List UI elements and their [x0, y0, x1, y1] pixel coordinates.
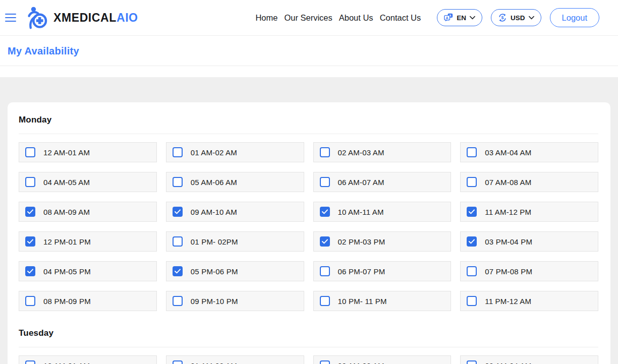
checkmark-icon	[469, 239, 475, 244]
nav-our-services[interactable]: Our Services	[284, 13, 332, 23]
nav-home[interactable]: Home	[255, 13, 277, 23]
time-slot-label: 02 PM-03 PM	[338, 237, 385, 246]
main-nav: Home Our Services About Us Contact Us	[255, 13, 421, 23]
checkmark-icon	[175, 269, 181, 274]
time-slot-checkbox[interactable]	[25, 177, 35, 187]
time-slot-checkbox[interactable]	[467, 266, 477, 276]
language-label: EN	[457, 14, 466, 22]
time-slot[interactable]: 05 AM-06 AM	[166, 172, 304, 192]
time-slot-label: 10 AM-11 AM	[338, 208, 384, 216]
time-slot[interactable]: 01 AM-02 AM	[166, 142, 304, 162]
time-slot-label: 01 AM-02 AM	[191, 148, 237, 157]
time-slot-checkbox[interactable]	[25, 360, 35, 364]
time-slot[interactable]: 07 PM-08 PM	[460, 261, 598, 281]
chevron-down-icon	[470, 16, 475, 20]
translate-icon: a A	[444, 13, 453, 22]
time-slot[interactable]: 01 AM-02 AM	[166, 355, 304, 364]
time-slot[interactable]: 04 PM-05 PM	[19, 261, 157, 281]
day-heading: Monday	[19, 115, 598, 125]
time-slot-checkbox[interactable]	[173, 296, 183, 306]
checkmark-icon	[27, 239, 33, 244]
time-slot-checkbox[interactable]	[467, 147, 477, 157]
time-slot-checkbox[interactable]	[320, 207, 330, 217]
page-title-bar: My Availability	[0, 36, 618, 77]
header: XMEDICALAIO Home Our Services About Us C…	[0, 0, 618, 36]
time-slot-checkbox[interactable]	[320, 177, 330, 187]
day-heading: Tuesday	[19, 328, 598, 338]
time-slot[interactable]: 02 AM-03 AM	[313, 355, 452, 364]
time-slot-checkbox[interactable]	[173, 147, 183, 157]
time-slot[interactable]: 04 AM-05 AM	[19, 172, 157, 192]
time-slot[interactable]: 03 AM-04 AM	[460, 142, 598, 162]
time-slot-label: 10 PM- 11 PM	[338, 297, 387, 306]
time-slot-checkbox[interactable]	[25, 296, 35, 306]
time-slot-label: 02 AM-03 AM	[338, 148, 384, 157]
time-slot-label: 11 PM-12 AM	[485, 297, 531, 306]
time-slot[interactable]: 09 PM-10 PM	[166, 291, 304, 311]
time-slot-checkbox[interactable]	[173, 360, 183, 364]
time-slot[interactable]: 06 AM-07 AM	[313, 172, 452, 192]
currency-exchange-icon: $	[498, 13, 507, 22]
time-slot-label: 12 PM-01 PM	[43, 237, 91, 246]
nav-contact-us[interactable]: Contact Us	[380, 13, 421, 23]
brand-logo[interactable]: XMEDICALAIO	[25, 6, 138, 30]
time-slot[interactable]: 11 PM-12 AM	[460, 291, 598, 311]
time-slot[interactable]: 10 AM-11 AM	[313, 202, 452, 222]
checkmark-icon	[322, 239, 328, 244]
time-slot-checkbox[interactable]	[320, 266, 330, 276]
currency-label: USD	[511, 14, 525, 22]
brand-name-primary: XMEDICAL	[53, 11, 117, 24]
time-slot-checkbox[interactable]	[320, 296, 330, 306]
time-slot[interactable]: 12 PM-01 PM	[19, 231, 157, 252]
time-slot-checkbox[interactable]	[25, 236, 35, 247]
time-slot-checkbox[interactable]	[467, 207, 477, 217]
time-slot[interactable]: 10 PM- 11 PM	[313, 291, 452, 311]
time-slot-checkbox[interactable]	[173, 177, 183, 187]
time-slot[interactable]: 02 PM-03 PM	[313, 231, 452, 252]
day-section: Monday 12 AM-01 AM 01 AM-02 AM 02 AM-03 …	[19, 115, 598, 311]
time-slot-label: 09 PM-10 PM	[191, 297, 238, 306]
logout-button[interactable]: Logout	[550, 8, 599, 27]
time-slot-label: 09 AM-10 AM	[191, 208, 237, 216]
hamburger-menu-icon[interactable]	[5, 14, 16, 22]
time-slot-checkbox[interactable]	[467, 236, 477, 247]
time-slot-checkbox[interactable]	[25, 207, 35, 217]
time-slot[interactable]: 08 AM-09 AM	[19, 202, 157, 222]
language-selector[interactable]: a A EN	[437, 9, 482, 26]
time-slot[interactable]: 08 PM-09 PM	[19, 291, 157, 311]
time-slot-label: 04 AM-05 AM	[43, 178, 90, 187]
time-slot-checkbox[interactable]	[467, 296, 477, 306]
checkmark-icon	[175, 209, 181, 214]
time-slot[interactable]: 12 AM-01 AM	[19, 142, 157, 162]
time-slot[interactable]: 12 AM-01 AM	[19, 355, 157, 364]
time-slot-label: 01 AM-02 AM	[191, 361, 237, 364]
time-slot[interactable]: 01 PM- 02PM	[166, 231, 304, 252]
checkmark-icon	[27, 209, 33, 214]
time-slot[interactable]: 03 AM-04 AM	[460, 355, 598, 364]
time-slot-checkbox[interactable]	[467, 360, 477, 364]
time-slot[interactable]: 06 PM-07 PM	[313, 261, 452, 281]
time-slot-label: 07 AM-08 AM	[485, 178, 531, 187]
availability-main: Monday 12 AM-01 AM 01 AM-02 AM 02 AM-03 …	[0, 77, 618, 364]
currency-selector[interactable]: $ USD	[491, 9, 541, 26]
time-slot[interactable]: 11 AM-12 PM	[460, 202, 598, 222]
days-container: Monday 12 AM-01 AM 01 AM-02 AM 02 AM-03 …	[19, 115, 598, 364]
time-slot-checkbox[interactable]	[173, 266, 183, 276]
time-slot-checkbox[interactable]	[320, 236, 330, 247]
time-slot-label: 01 PM- 02PM	[191, 237, 238, 246]
time-slot[interactable]: 09 AM-10 AM	[166, 202, 304, 222]
time-slot-checkbox[interactable]	[320, 360, 330, 364]
time-slot-checkbox[interactable]	[320, 147, 330, 157]
time-slot-label: 12 AM-01 AM	[43, 361, 90, 364]
time-slot-checkbox[interactable]	[467, 177, 477, 187]
nav-about-us[interactable]: About Us	[339, 13, 373, 23]
time-slot[interactable]: 05 PM-06 PM	[166, 261, 304, 281]
time-slot[interactable]: 02 AM-03 AM	[313, 142, 452, 162]
time-slot-checkbox[interactable]	[25, 147, 35, 157]
time-slot-checkbox[interactable]	[25, 266, 35, 276]
time-slot-checkbox[interactable]	[173, 207, 183, 217]
time-slot[interactable]: 07 AM-08 AM	[460, 172, 598, 192]
time-slot-label: 12 AM-01 AM	[43, 148, 90, 157]
time-slot[interactable]: 03 PM-04 PM	[460, 231, 598, 252]
time-slot-checkbox[interactable]	[173, 236, 183, 247]
